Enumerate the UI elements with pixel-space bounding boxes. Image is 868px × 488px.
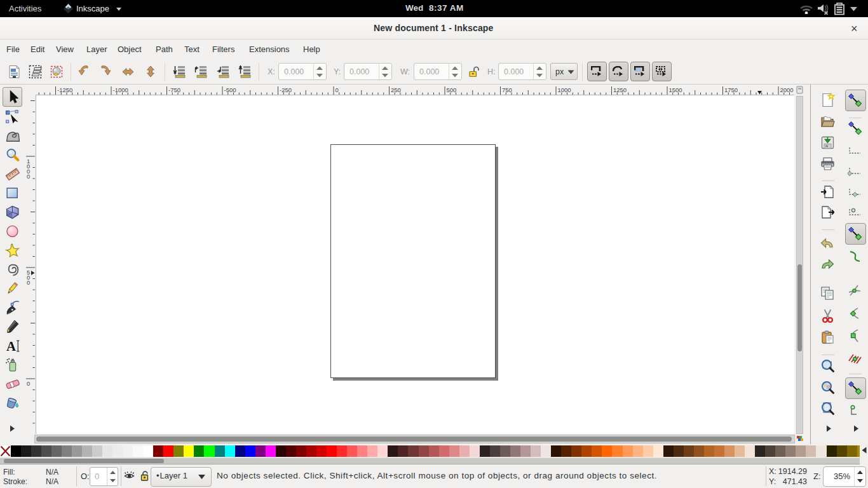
svg-text:A: A bbox=[6, 339, 16, 353]
svg-text:-1000: -1000 bbox=[113, 86, 128, 93]
svg-text:1250: 1250 bbox=[613, 86, 627, 93]
svg-text:500: 500 bbox=[447, 86, 457, 93]
svg-text:1750: 1750 bbox=[724, 86, 738, 93]
svg-text:0: 0 bbox=[27, 380, 30, 387]
svg-text:750: 750 bbox=[502, 86, 512, 93]
svg-text:2000: 2000 bbox=[780, 86, 794, 93]
svg-text:250: 250 bbox=[391, 86, 401, 93]
svg-text:0: 0 bbox=[27, 279, 30, 286]
svg-text:-500: -500 bbox=[224, 86, 236, 93]
svg-text:1000: 1000 bbox=[558, 86, 571, 93]
svg-text:1500: 1500 bbox=[669, 86, 682, 93]
svg-text:-250: -250 bbox=[280, 86, 292, 93]
svg-text:-1250: -1250 bbox=[57, 86, 72, 93]
svg-text:-750: -750 bbox=[168, 86, 180, 93]
svg-text:0: 0 bbox=[336, 86, 339, 93]
svg-text:0: 0 bbox=[27, 173, 30, 180]
